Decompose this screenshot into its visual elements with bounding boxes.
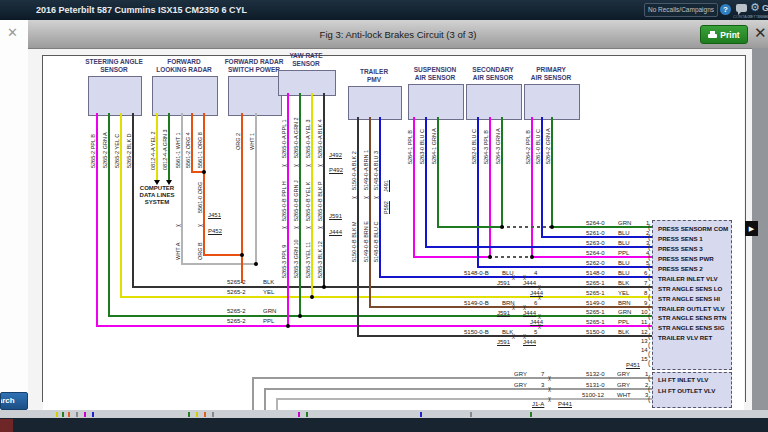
wire-org	[203, 254, 243, 256]
pin-bracket: (	[648, 283, 650, 290]
pin-signal-name: LH FT INLET VLV	[658, 376, 708, 383]
wire-label: J591	[497, 310, 510, 316]
wire-label: BLK	[502, 329, 513, 335]
pin-bracket: (	[648, 341, 650, 348]
wire-grn	[501, 117, 503, 228]
wire-label: 5262-0	[586, 260, 605, 266]
wire-grn	[108, 113, 110, 317]
wire-blk	[357, 335, 653, 337]
wire-label: J444	[523, 339, 536, 345]
pin-bracket: (	[648, 312, 650, 319]
pin-signal-name: LH FT OUTLET VLV	[658, 387, 715, 394]
bottom-bar	[0, 418, 768, 432]
wire-label: YEL	[618, 290, 629, 296]
connector-mark: )(	[306, 226, 312, 228]
background-wire-tick	[92, 412, 94, 417]
wire-label: BLU	[618, 270, 630, 276]
wire-label: J591	[497, 280, 510, 286]
wire-grn	[168, 113, 170, 181]
wire-label: 5264-3 GRN A	[495, 128, 501, 164]
pin-bracket: (	[648, 385, 650, 392]
connector-mark: )(	[306, 164, 312, 166]
wire-label: 5265-1	[586, 280, 605, 286]
background-wire-tick	[196, 412, 198, 417]
connector-mark: )(	[282, 164, 288, 166]
wire-label: J591	[497, 339, 510, 345]
wire-label: GRY	[514, 382, 527, 388]
connector-mark: )(	[548, 396, 550, 402]
pin-signal-name: PRESS SENS PWR	[658, 255, 714, 262]
wiring-diagram: STEERING ANGLE SENSORFORWARD LOOKING RAD…	[0, 0, 768, 432]
background-wire-tick	[204, 412, 206, 417]
connector-mark: )(	[548, 386, 550, 392]
wire-grn	[437, 226, 503, 228]
wire-org	[203, 113, 205, 256]
background-wire-tick	[212, 412, 214, 417]
connector-mark: )(	[318, 164, 324, 166]
wire-label: 5265-2 GRN A	[102, 132, 108, 168]
wire-label: 15	[641, 356, 648, 362]
wire-label: 5149-0-B BRN E	[363, 221, 369, 262]
pin-bracket: (	[648, 359, 650, 366]
wire-blk	[132, 286, 653, 288]
wire-label: 5148-0-B	[464, 270, 489, 276]
flow-arrow-icon	[166, 180, 172, 185]
wire-label: 5265-2	[227, 318, 246, 324]
wire-label: 5150-0-B	[464, 329, 489, 335]
background-wire-tick	[68, 412, 70, 417]
pin-signal-name: TRAILER OUTLET VLV	[658, 305, 725, 312]
connector-mark: )(	[548, 375, 550, 381]
wire-label: GRN	[618, 309, 631, 315]
wire-label: YEL	[263, 289, 274, 295]
wire-label: 5	[534, 329, 537, 335]
wire-grn	[551, 226, 653, 228]
wire-label: 5264-3 PPL B	[483, 130, 489, 164]
wire-blu	[425, 246, 653, 248]
wire-label: 5262-0 BLU C	[471, 129, 477, 164]
junction-dot	[254, 262, 258, 266]
pin-bracket: (	[648, 374, 650, 381]
wire-label: 5265-2 PPL B	[90, 134, 96, 168]
pin-signal-name: TRAILER INLET VLV	[658, 275, 718, 282]
background-page-strip	[0, 410, 768, 418]
wire-label: 5265-0-A GRN 2	[293, 117, 299, 158]
wire-label: 5265-1	[586, 290, 605, 296]
wire-label: 4	[534, 270, 537, 276]
wire-blk	[357, 117, 359, 337]
wire-spl	[489, 256, 533, 258]
wire-label: 5148-0-B BLU C	[373, 222, 379, 262]
wire-label: 5265-1	[586, 319, 605, 325]
wire-label: 5265-0-B BLK P	[317, 181, 323, 221]
next-figure-button[interactable]: ▶	[745, 221, 758, 236]
wire-label: 5264-0	[586, 250, 605, 256]
wire-label: 5150-0	[586, 329, 605, 335]
wire-label: BLU	[618, 230, 630, 236]
junction-dot	[488, 255, 492, 259]
connector-mark: )(	[282, 226, 288, 228]
wire-yel	[311, 93, 313, 298]
wire-label: 5149-0	[586, 300, 605, 306]
wire-label: 5265-0-B PPL H	[281, 181, 287, 221]
connector-mark: )(	[294, 226, 300, 228]
wire-label: ORG B	[197, 242, 203, 260]
wire-label: 5561-2 ORG 4	[185, 132, 191, 168]
wire-blk	[323, 93, 325, 288]
wire-label: P492	[329, 167, 343, 173]
sensor-box	[524, 84, 580, 120]
wire-label: 5265-0-A PPL 1	[281, 119, 287, 158]
wire-label: 5100-12	[582, 392, 604, 398]
background-wire-tick	[76, 412, 78, 417]
junction-dot	[322, 285, 326, 289]
background-wire-tick	[306, 412, 308, 417]
wire-label: BLK	[263, 279, 274, 285]
wire-label: 5561-1 WHT 1	[175, 132, 181, 168]
wire-label: 5264-0	[586, 220, 605, 226]
background-wire-tick	[56, 412, 58, 417]
wire-ppl	[413, 256, 491, 258]
wire-blu	[425, 117, 427, 248]
wire-label: 5265-2	[227, 279, 246, 285]
pin-bracket: (	[648, 293, 650, 300]
sensor-box	[348, 86, 402, 120]
wire-label: 12	[641, 329, 648, 335]
wire-label: P592	[383, 201, 389, 214]
